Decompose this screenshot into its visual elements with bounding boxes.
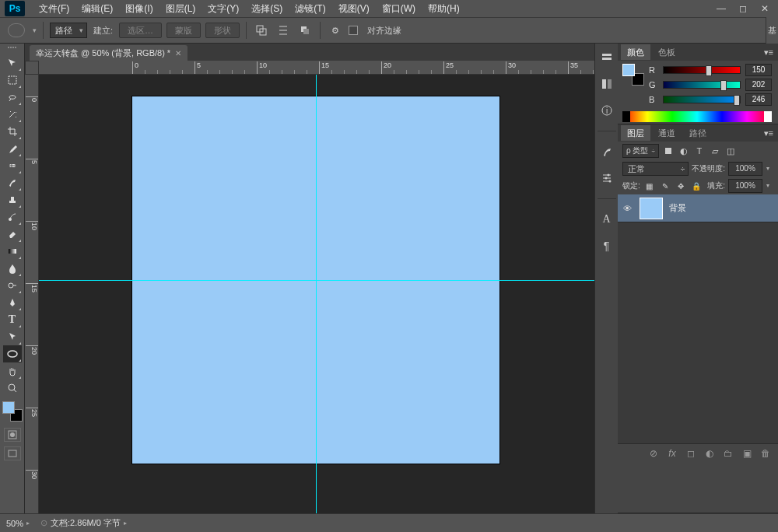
path-mode-dropdown[interactable]: 路径 [50,23,87,38]
lock-transparency-icon[interactable]: ▦ [643,180,656,192]
ruler-horizontal[interactable]: 0510152025303540 [39,61,594,75]
zoom-level[interactable]: 50%▸ [6,519,30,528]
character-panel-icon[interactable]: A [599,212,615,227]
properties-panel-icon[interactable] [599,76,615,92]
layer-name[interactable]: 背景 [669,202,686,214]
paths-tab[interactable]: 路径 [683,125,713,141]
link-layers-icon[interactable]: ⊘ [647,447,660,460]
opacity-value[interactable]: 100% [728,162,762,176]
fill-value[interactable]: 100% [728,179,762,193]
r-value[interactable]: 150 [745,64,772,76]
make-mask-button[interactable]: 蒙版 [166,23,201,38]
stamp-tool[interactable] [3,191,22,208]
tool-preset-ellipse-icon[interactable] [8,23,25,37]
align-edges-checkbox[interactable] [349,26,358,35]
filter-pixel-icon[interactable] [662,145,675,157]
doc-info[interactable]: ⊙文档:2.86M/0 字节▸ [40,517,127,529]
gradient-tool[interactable] [3,243,22,260]
window-close[interactable]: ✕ [755,2,775,15]
menu-layer[interactable]: 图层(L) [159,2,202,16]
menu-edit[interactable]: 编辑(E) [75,2,119,16]
lock-pixels-icon[interactable]: ✎ [659,180,671,192]
zoom-tool[interactable] [3,380,22,397]
path-align-icon[interactable] [275,23,292,38]
menu-filter[interactable]: 滤镜(T) [289,2,331,16]
make-shape-button[interactable]: 形状 [205,23,240,38]
menu-type[interactable]: 文字(Y) [202,2,245,16]
gear-icon[interactable]: ⚙ [327,23,344,38]
menu-select[interactable]: 选择(S) [245,2,289,16]
hand-tool[interactable] [3,362,22,380]
ruler-vertical[interactable]: 051015202530 [25,75,39,513]
layer-style-icon[interactable]: fx [666,447,678,460]
panel-menu-icon[interactable]: ▾≡ [759,47,778,58]
adjustments-panel-icon[interactable] [599,170,615,186]
dodge-tool[interactable] [3,277,22,294]
layer-thumbnail[interactable] [640,198,663,219]
history-panel-icon[interactable] [599,50,615,65]
essentials-tab[interactable]: 基 [766,17,778,44]
info-panel-icon[interactable]: i [599,103,615,118]
paragraph-panel-icon[interactable]: ¶ [599,238,615,254]
filter-type-icon[interactable]: T [693,145,706,157]
close-icon[interactable]: ✕ [175,49,181,58]
marquee-tool[interactable] [3,72,22,89]
foreground-background-colors[interactable] [2,401,23,422]
blend-mode-dropdown[interactable]: 正常 [622,162,689,176]
blur-tool[interactable] [3,260,22,277]
foreground-color-swatch[interactable] [2,401,15,414]
pen-tool[interactable] [3,294,22,311]
eyedropper-tool[interactable] [3,140,22,157]
menu-view[interactable]: 视图(V) [332,2,376,16]
r-slider[interactable] [663,66,741,74]
panel-menu-icon[interactable]: ▾≡ [759,128,778,138]
history-brush-tool[interactable] [3,208,22,226]
layer-row[interactable]: 👁 背景 [618,194,778,222]
color-tab[interactable]: 颜色 [621,44,650,60]
brush-panel-icon[interactable] [599,144,615,159]
quick-mask-button[interactable] [4,428,21,442]
b-slider[interactable] [663,96,741,103]
menu-help[interactable]: 帮助(H) [422,2,466,16]
g-slider[interactable] [663,81,741,89]
window-maximize[interactable]: ◻ [733,2,753,15]
path-arrange-icon[interactable] [296,23,314,38]
crop-tool[interactable] [3,123,22,140]
guide-vertical[interactable] [316,75,317,513]
lock-all-icon[interactable]: 🔒 [690,180,703,192]
make-selection-button[interactable]: 选区… [119,23,162,38]
lock-position-icon[interactable]: ✥ [675,180,687,192]
guide-horizontal[interactable] [39,280,594,281]
color-panel-swatches[interactable] [622,64,644,86]
path-selection-tool[interactable] [3,328,22,345]
layer-group-icon[interactable]: 🗀 [722,447,734,460]
layer-filter-kind[interactable]: ρ 类型÷ [622,144,659,158]
menu-file[interactable]: 文件(F) [33,2,75,16]
type-tool[interactable]: T [3,311,22,328]
ellipse-shape-tool[interactable] [3,345,22,362]
delete-layer-icon[interactable]: 🗑 [759,447,772,460]
layer-visibility-icon[interactable]: 👁 [618,204,636,213]
menu-window[interactable]: 窗口(W) [376,2,422,16]
filter-shape-icon[interactable]: ▱ [709,145,721,157]
window-minimize[interactable]: — [711,2,731,15]
new-layer-icon[interactable]: ▣ [741,447,753,460]
filter-adjust-icon[interactable]: ◐ [678,145,690,157]
channels-tab[interactable]: 通道 [652,125,682,141]
document-tab[interactable]: 幸运大转盘 @ 50% (背景, RGB/8) * ✕ [30,45,187,61]
layers-tab[interactable]: 图层 [621,125,650,141]
move-tool[interactable] [3,54,22,72]
eraser-tool[interactable] [3,226,22,243]
swatches-tab[interactable]: 色板 [652,44,682,60]
color-spectrum[interactable] [622,111,772,122]
healing-tool[interactable] [3,157,22,174]
canvas[interactable] [39,75,594,513]
path-ops-icon[interactable] [253,23,270,38]
toolbox-grip[interactable] [2,47,23,53]
b-value[interactable]: 246 [745,93,772,106]
lasso-tool[interactable] [3,89,22,106]
brush-tool[interactable] [3,174,22,191]
menu-image[interactable]: 图像(I) [119,2,159,16]
adjustment-layer-icon[interactable]: ◐ [703,447,716,460]
magic-wand-tool[interactable] [3,106,22,123]
